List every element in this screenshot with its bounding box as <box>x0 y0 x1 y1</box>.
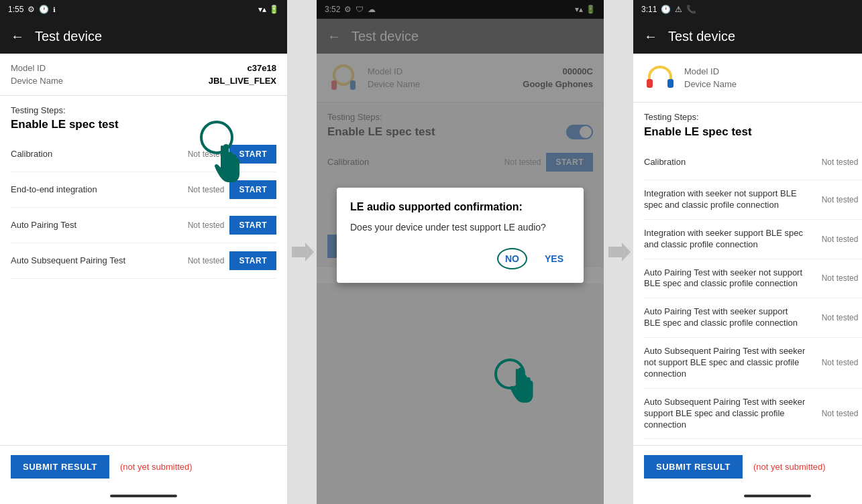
back-button-1[interactable]: ← <box>11 29 24 44</box>
page-title-1: Test device <box>35 29 102 44</box>
test-item-2: Integration with seeker support BLE spec… <box>644 220 862 259</box>
arrow-2 <box>604 0 633 504</box>
testing-label-3: Testing Steps: <box>644 112 862 122</box>
modal-body-2: Does your device under test support LE a… <box>350 221 570 235</box>
time-3: 3:11 <box>641 5 657 14</box>
screen-2: 3:52 ⚙ 🛡 ☁ ▾▴ 🔋 ← Test device Model ID 0… <box>317 0 604 504</box>
phone-bottom-bar-3 <box>633 488 862 504</box>
device-name-row-3: Device Name Allegro <box>684 78 862 90</box>
calibration-start-btn-1[interactable]: START <box>229 145 276 164</box>
clock-icon-1: 🕐 <box>39 5 49 14</box>
not-submitted-text-3: (not yet submitted) <box>753 462 826 472</box>
status-bar-left-1: 1:55 ⚙ 🕐 ℹ <box>8 5 56 14</box>
enable-le-row-1: Enable LE spec test <box>11 118 276 131</box>
enable-le-title-1: Enable LE spec test <box>11 118 119 131</box>
auto-pairing-start-btn-1[interactable]: START <box>229 216 276 235</box>
model-id-value-1: c37e18 <box>248 63 276 73</box>
test-status-3: Not tested <box>811 273 858 283</box>
test-status-4: Not tested <box>811 313 858 322</box>
test-item-1: Integration with seeker not support BLE … <box>644 180 862 220</box>
device-name-row-1: Device Name JBL_LIVE_FLEX <box>11 74 276 87</box>
submit-result-btn-3[interactable]: SUBMIT RESULT <box>644 455 743 479</box>
device-name-label-3: Device Name <box>684 79 737 89</box>
test-label-0: Calibration <box>644 157 806 168</box>
test-label-4: Auto Pairing Test with seeker support BL… <box>644 306 806 329</box>
svg-rect-6 <box>667 79 674 88</box>
test-status-0: Not tested <box>811 158 858 167</box>
modal-no-btn-2[interactable]: NO <box>497 248 527 269</box>
test-status-1: Not tested <box>811 195 858 204</box>
top-bar-1: ← Test device <box>0 19 287 54</box>
arrow-icon-1 <box>288 239 315 265</box>
test-item-calibration-1: Calibration Not tested START <box>11 137 276 172</box>
info-icon-1: ℹ <box>53 6 56 13</box>
enable-le-row-3: Enable LE spec test <box>644 125 862 139</box>
warning-icon-3: ⚠ <box>675 5 682 14</box>
clock-icon-3: 🕐 <box>661 5 671 14</box>
modal-buttons-2: NO YES <box>350 248 570 269</box>
device-icon-3 <box>644 62 676 94</box>
end-to-end-start-btn-1[interactable]: START <box>229 180 276 199</box>
test-list-1: Calibration Not tested START End-to-end … <box>0 137 287 445</box>
device-info-3: Model ID 6EDAF7 Device Name Allegro <box>684 65 862 90</box>
test-label-5: Auto Subsequent Pairing Test with seeker… <box>644 346 806 380</box>
test-label-3: Auto Pairing Test with seeker not suppor… <box>644 267 806 290</box>
status-bar-1: 1:55 ⚙ 🕐 ℹ ▾▴ 🔋 <box>0 0 287 19</box>
arrow-icon-2 <box>605 239 632 265</box>
test-list-3: Calibration Not tested START Integration… <box>633 145 862 445</box>
not-submitted-text-1: (not yet submitted) <box>120 462 193 472</box>
wifi-icon-1: ▾▴ <box>258 5 266 14</box>
back-button-3[interactable]: ← <box>644 29 657 44</box>
test-item-4: Auto Pairing Test with seeker support BL… <box>644 298 862 338</box>
settings-icon-1: ⚙ <box>28 5 35 14</box>
test-item-auto-pairing-1: Auto Pairing Test Not tested START <box>11 208 276 243</box>
test-item-3: Auto Pairing Test with seeker not suppor… <box>644 259 862 299</box>
bottom-section-3: SUBMIT RESULT (not yet submitted) <box>633 445 862 488</box>
device-name-label-1: Device Name <box>11 76 63 86</box>
test-label-1: Integration with seeker not support BLE … <box>644 188 806 211</box>
auto-subsequent-status-1: Not tested <box>177 256 224 265</box>
page-title-3: Test device <box>668 29 735 44</box>
test-item-0: Calibration Not tested START <box>644 145 862 180</box>
svg-rect-5 <box>647 79 653 88</box>
auto-pairing-label-1: Auto Pairing Test <box>11 220 172 231</box>
test-label-2: Integration with seeker support BLE spec… <box>644 228 806 251</box>
status-bar-3: 3:11 🕐 ⚠ 📞 ▾▴ 🔋 <box>633 0 862 19</box>
model-id-label-3: Model ID <box>684 66 719 76</box>
testing-label-1: Testing Steps: <box>11 105 276 115</box>
test-item-end-to-end-1: End-to-end integration Not tested START <box>11 172 276 208</box>
calibration-label-1: Calibration <box>11 149 172 160</box>
arrow-1 <box>287 0 317 504</box>
submit-result-btn-1[interactable]: SUBMIT RESULT <box>11 455 109 479</box>
device-card-1: Model ID c37e18 Device Name JBL_LIVE_FLE… <box>0 54 287 96</box>
home-indicator-1 <box>110 495 177 497</box>
auto-subsequent-start-btn-1[interactable]: START <box>229 251 276 270</box>
device-card-3: Model ID 6EDAF7 Device Name Allegro <box>633 54 862 103</box>
status-bar-left-3: 3:11 🕐 ⚠ 📞 <box>641 5 696 14</box>
enable-le-title-3: Enable LE spec test <box>644 125 752 139</box>
bottom-section-1: SUBMIT RESULT (not yet submitted) <box>0 445 287 488</box>
model-id-label-1: Model ID <box>11 63 46 73</box>
screen-3: 3:11 🕐 ⚠ 📞 ▾▴ 🔋 ← Test device Model ID 6… <box>633 0 862 504</box>
calibration-status-1: Not tested <box>177 149 224 159</box>
modal-yes-btn-2[interactable]: YES <box>538 248 570 269</box>
testing-section-3: Testing Steps: Enable LE spec test <box>633 103 862 145</box>
end-to-end-label-1: End-to-end integration <box>11 184 172 196</box>
phone-bottom-bar-1 <box>0 488 287 504</box>
status-bar-right-1: ▾▴ 🔋 <box>258 5 279 14</box>
svg-marker-4 <box>608 243 631 261</box>
top-bar-3: ← Test device <box>633 19 862 54</box>
test-item-5: Auto Subsequent Pairing Test with seeker… <box>644 338 862 389</box>
test-label-6: Auto Subsequent Pairing Test with seeker… <box>644 397 806 431</box>
time-1: 1:55 <box>8 5 23 14</box>
battery-icon-1: 🔋 <box>269 5 279 14</box>
device-info-1: Model ID c37e18 Device Name JBL_LIVE_FLE… <box>11 62 276 87</box>
end-to-end-status-1: Not tested <box>177 185 224 194</box>
auto-subsequent-label-1: Auto Subsequent Pairing Test <box>11 255 172 267</box>
testing-section-1: Testing Steps: Enable LE spec test <box>0 96 287 137</box>
test-item-6: Auto Subsequent Pairing Test with seeker… <box>644 389 862 440</box>
test-status-2: Not tested <box>811 235 858 244</box>
modal-dialog-2: LE audio supported confirmation: Does yo… <box>337 188 584 283</box>
test-item-auto-subsequent-1: Auto Subsequent Pairing Test Not tested … <box>11 243 276 279</box>
device-name-value-1: JBL_LIVE_FLEX <box>209 76 276 86</box>
